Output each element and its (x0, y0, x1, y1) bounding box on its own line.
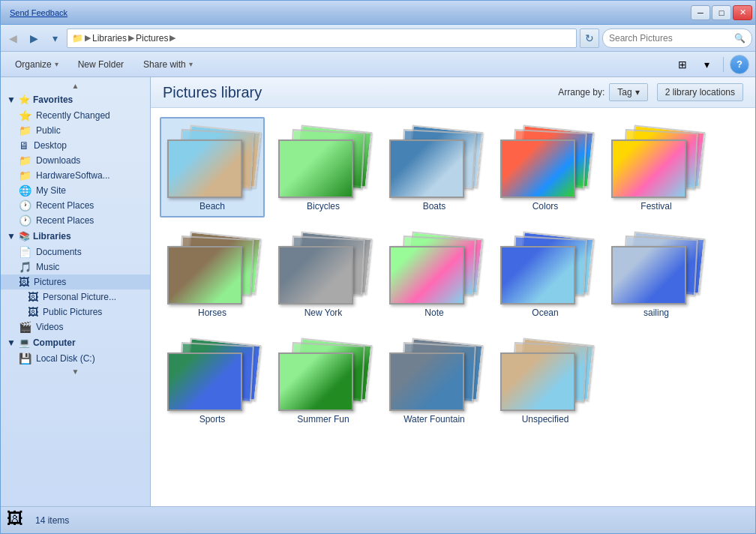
share-with-button[interactable]: Share with ▾ (135, 55, 201, 74)
personal-pictures-label: Personal Picture... (43, 292, 116, 302)
arrange-value: Tag (617, 87, 632, 98)
downloads-icon: 📁 (19, 154, 32, 166)
sidebar-item-videos[interactable]: 🎬 Videos (1, 320, 150, 334)
folder-item-beach[interactable]: Beach (160, 117, 265, 218)
recent-places-2-icon: 🕐 (19, 214, 32, 226)
public-label: Public (36, 125, 61, 136)
desktop-label: Desktop (34, 140, 67, 151)
sidebar-item-pictures[interactable]: 🖼 Pictures (1, 274, 150, 290)
folder-item-sailing[interactable]: sailing (604, 224, 709, 324)
sidebar-favorites-header[interactable]: ▼ ⭐ Favorites (1, 92, 150, 108)
folder-stack (500, 230, 590, 304)
minimize-button[interactable]: ─ (691, 5, 710, 20)
recent-places-1-label: Recent Places (36, 200, 94, 211)
photo-front (278, 140, 353, 198)
sidebar-item-hardwaresoftware[interactable]: 📁 HardwareSoftwa... (1, 168, 150, 183)
view-dropdown-button[interactable]: ▾ (696, 55, 717, 74)
maximize-button[interactable]: □ (712, 5, 731, 20)
favorites-label: Favorites (33, 94, 73, 105)
folder-item-festival[interactable]: Festival (604, 117, 709, 218)
folder-stack (611, 230, 701, 304)
folder-stack (389, 123, 479, 198)
toolbar: Organize ▾ New Folder Share with ▾ ⊞ ▾ ? (1, 52, 755, 77)
sidebar-item-public[interactable]: 📁 Public (1, 123, 150, 138)
search-input[interactable] (609, 33, 731, 44)
photo-front (389, 246, 464, 304)
sidebar-item-personal-pictures[interactable]: 🖼 Personal Picture... (1, 290, 150, 304)
new-folder-button[interactable]: New Folder (70, 55, 132, 74)
folder-item-unspecified[interactable]: Unspecified (493, 330, 598, 430)
scroll-down-arrow[interactable]: ▼ (1, 366, 150, 377)
folder-stack (167, 230, 257, 304)
forward-button[interactable]: ▶ (25, 29, 43, 47)
pictures-icon: 🖼 (19, 276, 29, 288)
scroll-up-arrow[interactable]: ▲ (1, 80, 150, 92)
folder-item-bicycles[interactable]: Bicycles (271, 117, 376, 218)
sidebar-item-recently-changed[interactable]: ⭐ Recently Changed (1, 108, 150, 123)
sidebar-item-documents[interactable]: 📄 Documents (1, 244, 150, 260)
folder-item-boats[interactable]: Boats (382, 117, 487, 218)
search-icon[interactable]: 🔍 (734, 33, 746, 44)
organize-button[interactable]: Organize ▾ (7, 55, 67, 74)
send-feedback-link[interactable]: Send Feedback (10, 8, 68, 17)
folder-item-colors[interactable]: Colors (493, 117, 598, 218)
sidebar-item-recent-places-1[interactable]: 🕐 Recent Places (1, 198, 150, 213)
folder-stack (278, 336, 368, 411)
photo-front (389, 352, 464, 411)
photo-front (167, 246, 242, 304)
folder-item-water-fountain[interactable]: Water Fountain (382, 330, 487, 430)
mysite-label: My Site (36, 185, 66, 196)
folder-stack (167, 123, 257, 198)
folder-stack (500, 123, 590, 198)
help-button[interactable]: ? (730, 55, 749, 74)
photo-front (167, 140, 242, 198)
close-button[interactable]: ✕ (733, 5, 752, 20)
desktop-icon: 🖥 (19, 140, 29, 152)
breadcrumb-pictures[interactable]: Pictures (136, 33, 168, 44)
folder-item-new-york[interactable]: New York (271, 224, 376, 324)
folder-item-summer-fun[interactable]: Summer Fun (271, 330, 376, 430)
content-area: Pictures library Arrange by: Tag ▾ 2 lib… (151, 77, 755, 506)
folder-label: Horses (198, 308, 226, 318)
refresh-button[interactable]: ↻ (580, 28, 599, 48)
sidebar-libraries-header[interactable]: ▼ 📚 Libraries (1, 228, 150, 244)
folder-item-ocean[interactable]: Ocean (493, 224, 598, 324)
folder-label: Note (424, 308, 443, 318)
hardwaresoftware-icon: 📁 (19, 170, 32, 182)
folder-label: Water Fountain (404, 414, 465, 424)
pictures-label: Pictures (34, 277, 66, 287)
downloads-label: Downloads (36, 155, 80, 166)
folder-label: Unspecified (522, 414, 569, 424)
sidebar-item-music[interactable]: 🎵 Music (1, 260, 150, 274)
toolbar-separator (723, 57, 724, 72)
libraries-collapse-icon: ▼ (7, 231, 16, 242)
arrange-by-button[interactable]: Tag ▾ (609, 83, 647, 101)
breadcrumb-libraries[interactable]: Libraries (92, 33, 127, 44)
photo-front (389, 140, 464, 198)
sidebar-item-desktop[interactable]: 🖥 Desktop (1, 138, 150, 153)
sidebar-item-downloads[interactable]: 📁 Downloads (1, 153, 150, 168)
main-layout: ▲ ▼ ⭐ Favorites ⭐ Recently Changed 📁 Pub… (1, 77, 755, 506)
address-bar[interactable]: 📁 ▶ Libraries ▶ Pictures ▶ (67, 28, 577, 48)
folder-item-note[interactable]: Note (382, 224, 487, 324)
library-locations-button[interactable]: 2 library locations (657, 83, 743, 101)
view-icons-button[interactable]: ⊞ (672, 55, 693, 74)
sidebar-item-mysite[interactable]: 🌐 My Site (1, 183, 150, 198)
dropdown-button[interactable]: ▾ (46, 29, 64, 47)
back-button[interactable]: ◀ (4, 29, 22, 47)
computer-icon: 💻 (19, 338, 30, 348)
folder-item-sports[interactable]: Sports (160, 330, 265, 430)
folder-item-horses[interactable]: Horses (160, 224, 265, 324)
sidebar-item-recent-places-2[interactable]: 🕐 Recent Places (1, 213, 150, 228)
sidebar-computer-header[interactable]: ▼ 💻 Computer (1, 334, 150, 351)
organize-chevron-icon: ▾ (55, 60, 58, 68)
title-bar: Send Feedback ─ □ ✕ (1, 1, 755, 25)
computer-collapse-icon: ▼ (7, 338, 16, 348)
status-item-count: 14 items (35, 515, 69, 526)
videos-icon: 🎬 (19, 321, 32, 333)
folder-stack (278, 230, 368, 304)
sidebar-item-public-pictures[interactable]: 🖼 Public Pictures (1, 304, 150, 320)
folder-stack (500, 336, 590, 411)
sidebar-item-local-disk[interactable]: 💾 Local Disk (C:) (1, 351, 150, 366)
mysite-icon: 🌐 (19, 184, 32, 196)
